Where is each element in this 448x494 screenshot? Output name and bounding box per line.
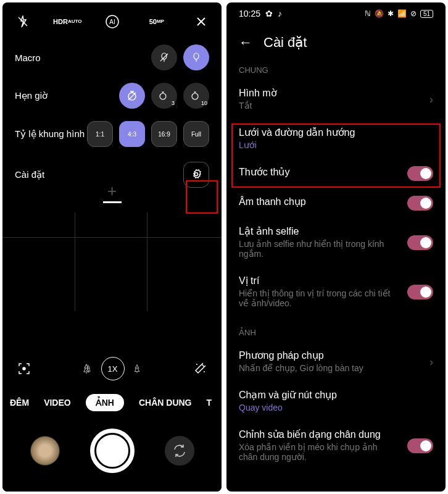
selfie-flip-title: Lật ảnh selfie	[239, 225, 433, 237]
timer-row: Hẹn giờ 3 10	[2, 77, 222, 115]
timer-buttons: 3 10	[119, 83, 209, 109]
hold-shutter-item[interactable]: Chạm và giữ nút chụp Quay video	[226, 382, 446, 421]
tiktok-status-icon: ♪	[278, 9, 282, 19]
svg-point-13	[204, 371, 205, 372]
mode-photo[interactable]: ẢNH	[86, 394, 124, 411]
shutter-sound-title: Âm thanh chụp	[239, 196, 433, 207]
hdr-sub-text: AUTO	[68, 19, 82, 24]
flip-camera-button[interactable]	[165, 436, 194, 466]
location-toggle[interactable]	[407, 285, 433, 299]
location-sub: Hiển thị thông tin vị trí trong các chi …	[239, 288, 433, 308]
ratio-1-1-button[interactable]: 1:1	[87, 121, 113, 147]
composition-grid	[2, 212, 222, 311]
dnd-icon: 🔕	[375, 9, 384, 18]
watermark-item[interactable]: Hình mờ Tắt ›	[226, 80, 446, 119]
hold-shutter-title: Chạm và giữ nút chụp	[239, 389, 433, 401]
mode-more[interactable]: T	[207, 398, 212, 408]
shutter-button[interactable]	[90, 429, 135, 473]
timer-10s-text: 10	[201, 100, 207, 106]
timer-3s-button[interactable]: 3	[151, 83, 177, 109]
capture-method-title: Phương pháp chụp	[239, 350, 433, 361]
portrait-fix-sub: Xóa phần viền bị méo khi chụp ảnh chân d…	[239, 442, 433, 462]
svg-point-8	[160, 93, 166, 99]
hdr-auto-button[interactable]: HDR AUTO	[59, 14, 75, 30]
selfie-flip-sub: Lưu ảnh selfie như hiển thị trong kính n…	[239, 239, 433, 259]
level-line	[103, 201, 122, 203]
zoom-row: 1X	[2, 351, 222, 387]
timer-10s-button[interactable]: 10	[183, 83, 209, 109]
portrait-fix-title: Chỉnh sửa biến dạng chân dung	[239, 429, 433, 440]
zoom-controls: 1X	[83, 357, 142, 380]
camera-modes[interactable]: ĐÊM VIDEO ẢNH CHÂN DUNG T	[2, 387, 222, 422]
timer-off-button[interactable]	[119, 83, 145, 109]
status-right: ℕ 🔕 ✱ 📶 ⊘ 51	[365, 9, 433, 18]
macro-row: Macro	[2, 38, 222, 77]
ratio-4-3-button[interactable]: 4:3	[119, 121, 145, 147]
ai-scene-button[interactable]: AI	[104, 14, 120, 30]
ratio-buttons: 1:1 4:3 16:9 Full	[87, 121, 209, 147]
flash-off-icon[interactable]	[15, 14, 31, 30]
settings-app-screenshot: 10:25 ✿ ♪ ℕ 🔕 ✱ 📶 ⊘ 51 ← Cài đặt CHUNG H…	[226, 2, 446, 492]
magic-wand-icon[interactable]	[193, 362, 207, 375]
capture-method-sub: Nhấn để chụp, Giơ lòng bàn tay	[239, 363, 433, 373]
mode-video[interactable]: VIDEO	[44, 398, 71, 408]
highlight-settings-box	[186, 180, 218, 214]
portrait-fix-toggle[interactable]	[407, 438, 433, 453]
macro-off-button[interactable]	[151, 44, 177, 70]
settings-status-icon: ✿	[265, 9, 273, 19]
selfie-flip-toggle[interactable]	[407, 235, 433, 250]
hdr-text: HDR	[53, 19, 68, 25]
mp-text: MP	[157, 19, 164, 24]
watermark-title: Hình mờ	[239, 87, 433, 99]
location-title: Vị trí	[239, 275, 433, 287]
timer-label: Hẹn giờ	[15, 90, 48, 101]
svg-point-10	[195, 173, 198, 176]
chevron-right-icon: ›	[429, 356, 433, 369]
aspect-ratio-row: Tỷ lệ khung hình 1:1 4:3 16:9 Full	[2, 115, 222, 153]
fifty-mp-button[interactable]: 50 MP	[149, 14, 165, 30]
capture-method-item[interactable]: Phương pháp chụp Nhấn để chụp, Giơ lòng …	[226, 342, 446, 382]
gallery-thumbnail[interactable]	[30, 436, 60, 466]
svg-point-11	[23, 367, 25, 370]
wifi-icon: 📶	[397, 9, 407, 18]
settings-title: Cài đặt	[263, 35, 307, 51]
svg-text:AI: AI	[109, 19, 115, 25]
macro-buttons	[151, 44, 209, 70]
camera-bottom-controls: 1X ĐÊM VIDEO ẢNH CHÂN DUNG T	[2, 351, 222, 492]
section-general: CHUNG	[226, 61, 446, 80]
status-bar: 10:25 ✿ ♪ ℕ 🔕 ✱ 📶 ⊘ 51	[226, 2, 446, 22]
portrait-fix-item[interactable]: Chỉnh sửa biến dạng chân dung Xóa phần v…	[226, 421, 446, 471]
timer-3s-text: 3	[172, 100, 175, 106]
ratio-label: Tỷ lệ khung hình	[15, 128, 85, 140]
ratio-full-button[interactable]: Full	[183, 121, 209, 147]
close-icon[interactable]	[193, 14, 209, 30]
fifty-text: 50	[149, 19, 157, 25]
macro-on-button[interactable]	[183, 44, 209, 70]
level-cross-icon: +	[107, 182, 117, 201]
lens-detect-icon[interactable]	[17, 362, 31, 375]
settings-header: ← Cài đặt	[226, 22, 446, 61]
battery-indicator: 51	[420, 10, 433, 18]
nfc-icon: ℕ	[365, 9, 371, 18]
section-photo: ẢNH	[226, 323, 446, 342]
highlight-grid-level-box	[231, 124, 441, 188]
status-left: 10:25 ✿ ♪	[239, 9, 282, 19]
shutter-sound-item[interactable]: Âm thanh chụp	[226, 188, 446, 218]
ratio-16-9-button[interactable]: 16:9	[151, 121, 177, 147]
mode-night[interactable]: ĐÊM	[10, 398, 29, 408]
watermark-sub: Tắt	[239, 101, 433, 111]
location-item[interactable]: Vị trí Hiển thị thông tin vị trí trong c…	[226, 267, 446, 317]
no-sim-icon: ⊘	[410, 9, 417, 18]
back-arrow-icon[interactable]: ←	[239, 35, 252, 51]
chevron-right-icon: ›	[429, 93, 433, 106]
mode-portrait[interactable]: CHÂN DUNG	[139, 398, 192, 408]
zoom-1x-button[interactable]: 1X	[101, 357, 125, 380]
status-time: 10:25	[239, 9, 260, 19]
wide-tree-icon[interactable]	[83, 363, 94, 374]
shutter-sound-toggle[interactable]	[407, 196, 433, 211]
selfie-flip-item[interactable]: Lật ảnh selfie Lưu ảnh selfie như hiển t…	[226, 218, 446, 267]
camera-app-screenshot: HDR AUTO AI 50 MP Macro Hẹn giờ	[2, 2, 222, 492]
shutter-row	[2, 422, 222, 492]
top-toolbar: HDR AUTO AI 50 MP	[2, 2, 222, 38]
tele-tree-icon[interactable]	[132, 364, 142, 374]
